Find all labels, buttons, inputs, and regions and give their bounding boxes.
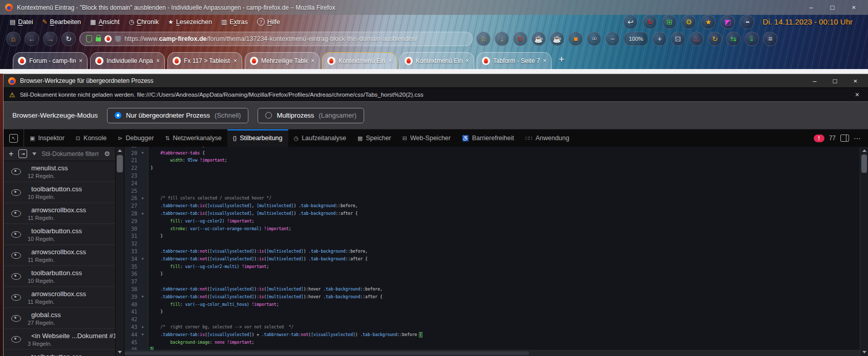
sync-arrows-icon[interactable]: ⇆ bbox=[726, 32, 740, 46]
bookmark-star-icon[interactable]: ☆ bbox=[476, 32, 491, 46]
code-editor[interactable]: 19 }20▾ #tabbrowser-tabs {21 width: 95vw… bbox=[124, 147, 860, 350]
tab-close-icon[interactable]: × bbox=[311, 57, 314, 64]
devtools-tab-application[interactable]: ∷∷Anwendung bbox=[520, 129, 575, 147]
shield-ud-icon[interactable]: UD bbox=[587, 32, 601, 46]
menu-item-bearbeiten[interactable]: ✎Bearbeiten bbox=[38, 18, 86, 26]
devtools-tab-accessibility[interactable]: ♿Barrierefreiheit bbox=[456, 129, 520, 147]
scrollbar-thumb[interactable] bbox=[124, 351, 529, 355]
node-picker-button[interactable]: ↖ bbox=[4, 129, 24, 147]
power-restart-icon[interactable]: ↻ bbox=[643, 15, 657, 29]
meatball-menu-icon[interactable]: ⋯ bbox=[854, 134, 861, 142]
visibility-eye-icon[interactable] bbox=[11, 168, 21, 175]
back-icon[interactable]: ← bbox=[25, 32, 39, 46]
close-button[interactable]: × bbox=[852, 4, 856, 11]
fold-marker-icon[interactable]: ▾ bbox=[137, 332, 148, 337]
devtools-tab-style-editor[interactable]: {}Stilbearbeitung bbox=[227, 129, 288, 147]
visibility-eye-icon[interactable] bbox=[11, 210, 21, 217]
browser-tab[interactable]: Fx 117 > Tableiste unt× bbox=[167, 52, 242, 69]
fox-badge-icon[interactable] bbox=[104, 35, 112, 42]
visibility-eye-icon[interactable] bbox=[11, 252, 21, 259]
menu-item-extras[interactable]: ▥Extras bbox=[217, 18, 252, 26]
mode-option-multiprocess[interactable]: Multiprozess (Langsamer) bbox=[258, 108, 364, 123]
split-console-icon[interactable] bbox=[840, 135, 849, 142]
green-window-icon[interactable]: ⊞ bbox=[662, 15, 676, 29]
fold-marker-icon[interactable]: ▾ bbox=[137, 295, 148, 299]
devtools-tab-web-storage[interactable]: ⊟Web-Speicher bbox=[397, 129, 456, 147]
style-sheet-item[interactable]: arrowscrollbox.css11 Regeln. bbox=[4, 245, 115, 266]
filter-stylesheets-input[interactable]: Stil-Dokumente filtern bbox=[41, 150, 99, 158]
zoom-level[interactable]: 100% bbox=[624, 32, 648, 46]
style-sheet-item[interactable]: toolbarbutton.css10 Regeln. bbox=[4, 182, 115, 203]
pip-monitor-icon[interactable]: ⊡ bbox=[671, 32, 685, 46]
sidebar-scrollbar[interactable] bbox=[116, 147, 124, 356]
url-text[interactable]: https://www.camp-firefox.de/forum/thema/… bbox=[124, 35, 417, 42]
tab-close-icon[interactable]: × bbox=[156, 57, 160, 64]
https-lock-icon[interactable] bbox=[96, 37, 101, 41]
browser-tab[interactable]: Individuelle Anpassun× bbox=[90, 52, 165, 69]
new-style-sheet-button[interactable]: + bbox=[9, 149, 13, 159]
toolbox-minimize-button[interactable]: – bbox=[813, 77, 816, 85]
puzzle-piece-icon[interactable]: ◩ bbox=[721, 15, 735, 29]
radio-unselected-icon[interactable] bbox=[265, 112, 272, 119]
tab-close-icon[interactable]: × bbox=[465, 57, 469, 64]
scroll-down-icon[interactable] bbox=[862, 351, 866, 353]
style-sheet-item[interactable]: toolbarbutton.css10 Regeln. bbox=[4, 350, 115, 356]
devtools-tab-memory[interactable]: ▦Speicher bbox=[352, 129, 397, 147]
coffee-cup-tan-icon[interactable]: ☕ bbox=[550, 32, 564, 46]
style-sheet-item[interactable]: toolbarbutton.css10 Regeln. bbox=[4, 224, 115, 245]
tab-close-icon[interactable]: × bbox=[388, 57, 392, 64]
zoom-out-button[interactable]: − bbox=[605, 32, 620, 46]
scroll-up-icon[interactable] bbox=[862, 149, 866, 152]
warning-close-icon[interactable]: × bbox=[855, 91, 862, 99]
fold-marker-icon[interactable]: ▾ bbox=[137, 257, 148, 261]
browser-tab[interactable]: Kontextmenü Eintrag× bbox=[322, 52, 397, 69]
menu-item-hilfe[interactable]: ?Hilfe bbox=[252, 18, 285, 26]
tab-close-icon[interactable]: × bbox=[543, 57, 546, 64]
tracking-protection-shield-icon[interactable] bbox=[86, 35, 92, 42]
browser-tab[interactable]: Tabform - Seite 7 - In× bbox=[477, 52, 552, 69]
fold-marker-icon[interactable]: ▾ bbox=[137, 196, 148, 201]
coffee-cup-white-icon[interactable]: ☕ bbox=[532, 32, 546, 46]
mode-option-parent-process[interactable]: Nur übergeordneter Prozess (Schnell) bbox=[107, 108, 248, 123]
browser-tab[interactable]: Kontextmenü Eintrag× bbox=[399, 52, 474, 69]
editor-vertical-scrollbar[interactable] bbox=[860, 147, 868, 356]
fold-marker-icon[interactable]: ▾ bbox=[137, 151, 148, 155]
visibility-eye-icon[interactable] bbox=[11, 315, 21, 322]
force-reload-icon[interactable]: ↻ bbox=[513, 32, 527, 46]
style-sheet-item[interactable]: global.css27 Regeln. bbox=[4, 308, 115, 329]
permissions-shield-icon[interactable] bbox=[115, 36, 121, 42]
url-bar[interactable]: https://www.camp-firefox.de/forum/thema/… bbox=[79, 32, 473, 46]
import-style-sheet-icon[interactable]: ⇥ bbox=[18, 149, 27, 158]
visibility-eye-icon[interactable] bbox=[11, 336, 21, 343]
minimize-button[interactable]: – bbox=[809, 4, 813, 11]
restore-arrow-icon[interactable]: ↩ bbox=[623, 15, 638, 29]
devtools-tab-inspector[interactable]: ▣Inspektor bbox=[24, 129, 70, 147]
scrollbar-thumb[interactable] bbox=[861, 154, 867, 173]
menu-item-lesezeichen[interactable]: ★Lesezeichen bbox=[163, 18, 217, 26]
star-icon[interactable]: ★ bbox=[701, 15, 715, 29]
save-floppy-icon[interactable]: ■ bbox=[568, 32, 583, 46]
menu-item-ansicht[interactable]: ▦Ansicht bbox=[86, 18, 124, 26]
updater-arrow-icon[interactable]: ⇓ bbox=[745, 32, 759, 46]
fold-marker-icon[interactable]: ▾ bbox=[137, 325, 148, 329]
reload-icon[interactable]: ↻ bbox=[61, 32, 76, 46]
visibility-eye-icon[interactable] bbox=[11, 294, 21, 301]
app-menu-icon[interactable]: ≡ bbox=[763, 32, 777, 46]
scrollbar-thumb[interactable] bbox=[117, 155, 123, 172]
toolbox-close-button[interactable]: × bbox=[853, 77, 857, 85]
maximize-button[interactable]: □ bbox=[831, 4, 835, 11]
devtools-tab-console[interactable]: ⊡Konsole bbox=[70, 129, 112, 147]
devtools-tab-performance[interactable]: ◷Laufzeitanalyse bbox=[288, 129, 352, 147]
gear-icon[interactable]: ⚙ bbox=[104, 150, 110, 158]
browser-tab[interactable]: Forum - camp-firefox× bbox=[13, 52, 88, 69]
new-tab-button[interactable]: + bbox=[559, 54, 564, 65]
style-sheet-item[interactable]: arrowscrollbox.css11 Regeln. bbox=[4, 287, 115, 308]
fire-restart-icon[interactable]: ♨ bbox=[689, 32, 704, 46]
toolbox-maximize-button[interactable]: □ bbox=[833, 77, 837, 85]
scroll-up-icon[interactable] bbox=[118, 149, 122, 152]
radio-selected-icon[interactable] bbox=[115, 112, 121, 119]
error-badge-icon[interactable]: ! bbox=[814, 135, 824, 142]
style-sheet-item[interactable]: menulist.css12 Regeln. bbox=[4, 161, 115, 182]
download-icon[interactable]: ↓ bbox=[495, 32, 509, 46]
zoom-in-button[interactable]: + bbox=[652, 32, 667, 46]
